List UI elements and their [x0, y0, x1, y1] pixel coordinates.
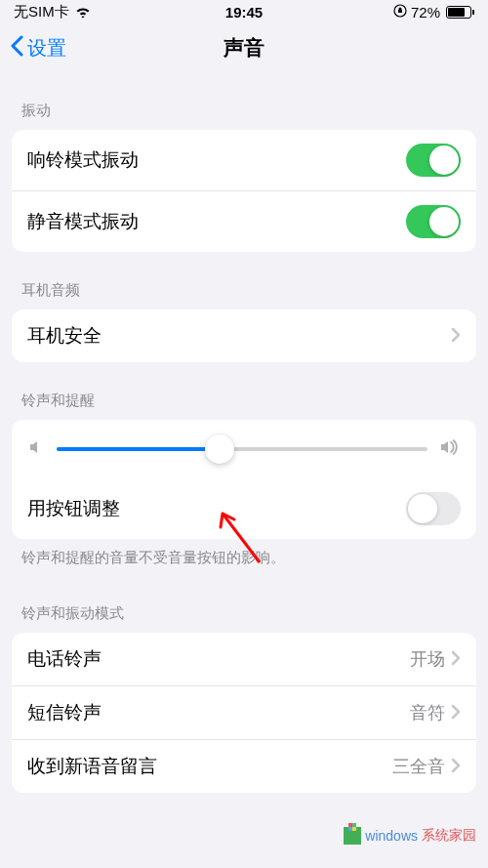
row-value: 音符: [410, 701, 445, 724]
chevron-right-icon: [451, 754, 461, 779]
row-ring-vibrate[interactable]: 响铃模式振动: [12, 130, 476, 190]
settings-content: 振动 响铃模式振动 静音模式振动 耳机音频 耳机安全 铃声和提醒: [0, 72, 488, 793]
row-volume-slider: [12, 420, 476, 478]
back-button[interactable]: 设置: [10, 35, 66, 62]
battery-percent: 72%: [411, 4, 440, 21]
row-label: 电话铃声: [27, 646, 410, 672]
row-silent-vibrate[interactable]: 静音模式振动: [12, 190, 476, 252]
orientation-lock-icon: [393, 4, 407, 21]
battery-icon: [444, 6, 474, 19]
chevron-left-icon: [10, 35, 23, 62]
volume-slider[interactable]: [57, 447, 427, 451]
status-bar: 无SIM卡 19:45 72%: [0, 0, 488, 23]
row-voicemail[interactable]: 收到新语音留言 三全音: [12, 739, 476, 793]
section-footer-ringer: 铃声和提醒的音量不受音量按钮的影响。: [0, 539, 488, 575]
row-change-with-buttons[interactable]: 用按钮调整: [12, 478, 476, 539]
slider-thumb[interactable]: [205, 434, 234, 464]
row-label: 收到新语音留言: [27, 754, 392, 779]
row-label: 短信铃声: [27, 700, 410, 725]
section-header-ringer: 铃声和提醒: [0, 362, 488, 420]
row-label: 响铃模式振动: [27, 147, 406, 173]
watermark: windows系统家园: [344, 827, 476, 845]
watermark-text: 系统家园: [422, 827, 476, 845]
section-header-vibration: 振动: [0, 72, 488, 130]
page-title: 声音: [224, 34, 264, 62]
row-ringtone[interactable]: 电话铃声 开场: [12, 633, 476, 685]
status-time: 19:45: [225, 4, 263, 21]
row-label: 耳机安全: [27, 323, 451, 349]
toggle-ring-vibrate[interactable]: [406, 144, 461, 177]
chevron-right-icon: [451, 700, 461, 725]
row-label: 静音模式振动: [27, 209, 406, 234]
carrier-text: 无SIM卡: [14, 3, 69, 21]
chevron-right-icon: [451, 646, 461, 672]
section-header-headphone: 耳机音频: [0, 252, 488, 310]
row-text-tone[interactable]: 短信铃声 音符: [12, 685, 476, 739]
row-value: 开场: [410, 647, 445, 671]
toggle-silent-vibrate[interactable]: [406, 205, 461, 238]
row-headphone-safety[interactable]: 耳机安全: [12, 310, 476, 362]
volume-high-icon: [439, 438, 461, 460]
wifi-icon: [75, 4, 91, 21]
group-sounds: 电话铃声 开场 短信铃声 音符 收到新语音留言 三全音: [12, 633, 476, 793]
group-headphone: 耳机安全: [12, 310, 476, 362]
chevron-right-icon: [451, 323, 461, 349]
group-vibration: 响铃模式振动 静音模式振动: [12, 130, 476, 252]
back-label: 设置: [27, 35, 66, 62]
row-value: 三全音: [392, 755, 445, 778]
volume-low-icon: [27, 438, 45, 460]
section-header-sounds: 铃声和振动模式: [0, 575, 488, 633]
group-ringer: 用按钮调整: [12, 420, 476, 539]
watermark-logo-icon: [344, 827, 361, 845]
row-label: 用按钮调整: [27, 496, 406, 521]
toggle-change-with-buttons[interactable]: [406, 492, 461, 525]
watermark-text: windows: [365, 828, 418, 844]
nav-bar: 设置 声音: [0, 23, 488, 72]
